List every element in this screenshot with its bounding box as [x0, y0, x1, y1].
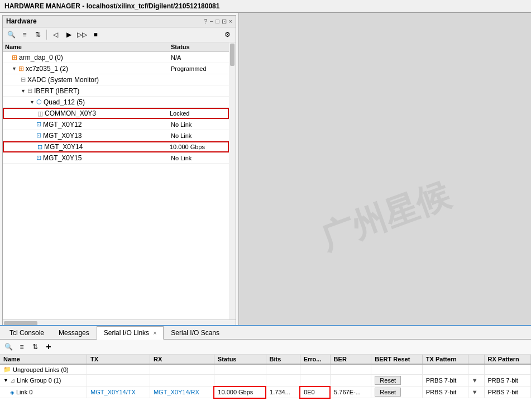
link-0-status: 10.000 Gbps	[214, 386, 266, 398]
row-ungrouped[interactable]: 📁 Ungrouped Links (0)	[0, 364, 531, 375]
tree-row-name-quad112: ▼ ⬡ Quad_112 (5)	[30, 98, 171, 106]
xc7z-toggle[interactable]: ▼	[12, 66, 17, 71]
link-group-expand-icon[interactable]: ▼	[3, 378, 8, 383]
ungrouped-bits	[266, 364, 300, 375]
hardware-restore-icon[interactable]: ⊡	[222, 18, 227, 25]
link-0-tx-pattern-dropdown[interactable]: ▼	[468, 386, 484, 398]
bottom-toolbar: 🔍 ≡ ⇅ +	[0, 340, 531, 355]
link-0-reset-btn[interactable]: Reset	[375, 388, 401, 397]
bt-add-btn[interactable]: +	[42, 341, 55, 353]
col-tx: TX	[87, 355, 150, 364]
tree-row-mgt-x0y14[interactable]: ⊡ MGT_X0Y14 10.000 Gbps	[3, 141, 229, 152]
link-0-bert-reset[interactable]: Reset	[371, 386, 423, 398]
link-0-tx-pattern: PRBS 7-bit	[422, 386, 468, 398]
title-bar: HARDWARE MANAGER - localhost/xilinx_tcf/…	[0, 0, 531, 13]
tab-serial-io-scans[interactable]: Serial I/O Scans	[164, 326, 227, 339]
hw-play-btn[interactable]: ▶	[63, 28, 75, 41]
tree-row-quad112[interactable]: ▼ ⬡ Quad_112 (5)	[3, 97, 229, 108]
tree-row-mgt-x0y12[interactable]: ⊡ MGT_X0Y12 No Link	[3, 119, 229, 130]
hw-fast-fwd-btn[interactable]: ▷▷	[76, 28, 88, 41]
ungrouped-rx-pattern	[484, 364, 530, 375]
col-ber: BER	[330, 355, 371, 364]
tree-container: Name Status ⊞ arm_dap_0 (0) N/A	[3, 42, 236, 319]
hw-back-btn[interactable]: ◁	[49, 28, 61, 41]
quad112-label: Quad_112 (5)	[44, 98, 85, 106]
bottom-panel: Tcl Console Messages Serial I/O Links × …	[0, 325, 531, 420]
tab-serial-io-links[interactable]: Serial I/O Links ×	[97, 326, 164, 340]
tree-row-ibert[interactable]: ▼ ⊟ IBERT (IBERT)	[3, 85, 229, 97]
link-group-name: ▼ ⊿ Link Group 0 (1)	[0, 375, 87, 386]
hw-separator-1	[46, 30, 47, 40]
quad112-toggle[interactable]: ▼	[30, 99, 35, 105]
tree-row-name-arm-dap: ⊞ arm_dap_0 (0)	[12, 54, 171, 61]
col-rx: RX	[150, 355, 214, 364]
tree-row-mgt-x0y15[interactable]: ⊡ MGT_X0Y15 No Link	[3, 152, 229, 164]
hardware-help-icon[interactable]: ?	[204, 18, 207, 25]
tree-row-mgt-x0y13[interactable]: ⊡ MGT_X0Y13 No Link	[3, 130, 229, 141]
tree-row-name-mgt-x0y12: ⊡ MGT_X0Y12	[36, 121, 171, 128]
col-rx-pattern: RX Pattern	[484, 355, 530, 364]
tree-row-common-x0y3[interactable]: ◫ COMMON_X0Y3 Locked	[3, 108, 229, 119]
hardware-close-icon[interactable]: ×	[229, 18, 232, 25]
data-table: Name TX RX Status Bits Erro... BER BERT …	[0, 355, 531, 420]
link-group-bert-reset[interactable]: Reset	[371, 375, 423, 386]
tab-messages[interactable]: Messages	[51, 326, 97, 339]
hw-expand-btn[interactable]: ⇅	[32, 28, 44, 41]
tree-row-xc7z[interactable]: ▼ ⊞ xc7z035_1 (2) Programmed	[3, 63, 229, 74]
tree-row-arm-dap[interactable]: ⊞ arm_dap_0 (0) N/A	[3, 52, 229, 63]
xc7z-status: Programmed	[171, 65, 227, 72]
tab-serial-io-links-label: Serial I/O Links	[104, 329, 149, 337]
ungrouped-ber	[330, 364, 371, 375]
bt-expand-btn[interactable]: ⇅	[29, 341, 41, 353]
chip-icon-arm: ⊞	[12, 54, 17, 61]
ibert-label: IBERT (IBERT)	[34, 87, 79, 95]
link-0-errors: 0E0	[300, 386, 330, 398]
xadc-label: XADC (System Monitor)	[27, 76, 99, 84]
tab-serial-io-links-close[interactable]: ×	[153, 330, 156, 336]
hw-collapse-btn[interactable]: ≡	[18, 28, 31, 41]
scroll-thumb-v[interactable]	[230, 44, 235, 66]
link-group-ber	[330, 375, 371, 386]
link-group-tx-pattern-dropdown[interactable]: ▼	[468, 375, 484, 386]
link-0-tx: MGT_X0Y14/TX	[87, 386, 150, 398]
tab-messages-label: Messages	[59, 329, 89, 337]
link-group-reset-btn[interactable]: Reset	[375, 376, 401, 385]
hardware-toolbar: 🔍 ≡ ⇅ ◁ ▶ ▷▷ ■ ⚙	[3, 27, 236, 42]
tree-scrollbar[interactable]	[229, 42, 236, 319]
link-group-tx	[87, 375, 150, 386]
col-bert-reset: BERT Reset	[371, 355, 423, 364]
hardware-minimize-icon[interactable]: −	[209, 18, 213, 25]
link-0-rx-pattern: PRBS 7-bit	[484, 386, 530, 398]
quad-icon: ⬡	[36, 98, 42, 106]
bt-search-btn[interactable]: 🔍	[2, 341, 15, 353]
row-link-0[interactable]: ◈ Link 0 MGT_X0Y14/TX MGT_X0Y14/RX 10.00…	[0, 386, 531, 398]
ibert-toggle[interactable]: ▼	[21, 88, 26, 94]
col-name: Name	[0, 355, 87, 364]
ungrouped-tx-pattern	[422, 364, 468, 375]
tab-tcl-console[interactable]: Tcl Console	[2, 326, 51, 339]
tree-row-name-mgt-x0y13: ⊡ MGT_X0Y13	[36, 132, 171, 140]
hardware-panel-controls: ? − □ ⊡ ×	[204, 18, 232, 25]
mgt-x0y15-status: No Link	[171, 155, 227, 161]
ungrouped-tx	[87, 364, 150, 375]
link-group-bits	[266, 375, 300, 386]
mgt-icon-12: ⊡	[36, 121, 41, 128]
tree-row-xadc[interactable]: ⊟ XADC (System Monitor)	[3, 74, 229, 85]
link-group-folder-icon: ⊿	[10, 377, 15, 384]
bt-collapse-btn[interactable]: ≡	[16, 341, 28, 353]
hw-settings-btn[interactable]: ⚙	[221, 28, 233, 41]
title-text: HARDWARE MANAGER - localhost/xilinx_tcf/…	[4, 2, 219, 10]
col-tx-pattern-arrow	[468, 355, 484, 364]
tab-tcl-label: Tcl Console	[9, 329, 44, 337]
hw-search-btn[interactable]: 🔍	[5, 28, 17, 41]
tree-row-name-ibert: ▼ ⊟ IBERT (IBERT)	[21, 87, 171, 95]
hardware-maximize-icon[interactable]: □	[216, 18, 219, 25]
link-0-rx: MGT_X0Y14/RX	[150, 386, 214, 398]
tree-row-name-mgt-x0y15: ⊡ MGT_X0Y15	[36, 154, 171, 162]
xc7z-label: xc7z035_1 (2)	[26, 65, 68, 73]
common-icon: ◫	[37, 110, 43, 117]
hw-stop-btn[interactable]: ■	[89, 28, 102, 41]
ungrouped-icon: 📁	[3, 366, 11, 373]
row-link-group-0[interactable]: ▼ ⊿ Link Group 0 (1) Reset PRBS 7-bit	[0, 375, 531, 386]
tree-row-name-xadc: ⊟ XADC (System Monitor)	[21, 76, 171, 84]
